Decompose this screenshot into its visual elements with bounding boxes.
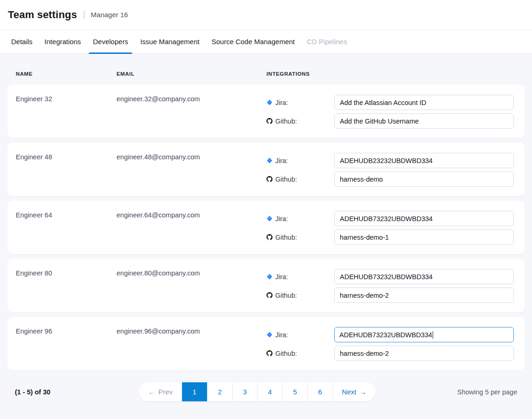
page-header: Team settings | Manager 16 (0, 0, 532, 30)
github-label: Github: (275, 292, 297, 299)
jira-icon (266, 157, 272, 164)
developer-name: Engineer 32 (16, 85, 117, 138)
jira-icon (266, 216, 272, 222)
jira-input[interactable] (334, 153, 514, 168)
jira-label: Jira: (275, 157, 288, 164)
title-separator: | (83, 10, 85, 20)
tab-issue-management[interactable]: Issue Management (136, 30, 204, 53)
pager: ← Prev 1 2 3 4 5 6 Next → (139, 382, 376, 401)
developer-email: engineer.64@company.com (117, 201, 266, 254)
pagination-bar: (1 - 5) of 30 ← Prev 1 2 3 4 5 6 Next → … (7, 382, 525, 401)
github-icon (266, 176, 272, 182)
developers-panel: NAME EMAIL INTEGRATIONS Engineer 32 engi… (0, 71, 532, 401)
jira-label: Jira: (275, 273, 288, 281)
jira-icon (266, 274, 272, 280)
page-button-6[interactable]: 6 (307, 382, 332, 401)
table-row: Engineer 32 engineer.32@company.com Jira… (7, 85, 525, 138)
developer-name: Engineer 80 (16, 259, 117, 312)
column-name: NAME (16, 71, 117, 77)
github-label: Github: (275, 234, 297, 241)
table-row: Engineer 80 engineer.80@company.com Jira… (7, 259, 525, 312)
page-button-1[interactable]: 1 (182, 382, 207, 401)
github-input[interactable] (334, 346, 514, 361)
tab-bar: Details Integrations Developers Issue Ma… (0, 30, 532, 54)
table-row: Engineer 48 engineer.48@company.com Jira… (7, 143, 525, 196)
prev-page-button[interactable]: ← Prev (139, 382, 182, 401)
github-icon (266, 118, 272, 124)
jira-icon (266, 99, 272, 105)
next-page-button[interactable]: Next → (332, 382, 376, 401)
github-icon (266, 234, 272, 240)
table-header: NAME EMAIL INTEGRATIONS (7, 71, 525, 77)
jira-input[interactable] (334, 211, 514, 226)
github-label: Github: (275, 176, 297, 183)
tab-source-code-management[interactable]: Source Code Management (208, 30, 299, 53)
jira-input-value: ADEHUDB73232UBDWBD334 (339, 331, 432, 339)
page-button-3[interactable]: 3 (232, 382, 257, 401)
github-icon (266, 350, 272, 356)
github-input[interactable] (334, 229, 514, 245)
tab-developers[interactable]: Developers (89, 30, 132, 53)
github-input[interactable] (334, 288, 514, 303)
developer-name: Engineer 64 (16, 201, 117, 254)
github-input[interactable] (334, 113, 514, 129)
github-label: Github: (275, 118, 297, 125)
left-arrow-icon: ← (148, 388, 155, 395)
page-button-2[interactable]: 2 (207, 382, 232, 401)
page-button-5[interactable]: 5 (282, 382, 307, 401)
jira-icon (266, 332, 272, 338)
table-row: Engineer 96 engineer.96@company.com Jira… (7, 317, 525, 370)
jira-label: Jira: (275, 99, 288, 106)
page-button-4[interactable]: 4 (257, 382, 282, 401)
developer-name: Engineer 48 (16, 143, 117, 196)
tab-integrations[interactable]: Integrations (40, 30, 85, 53)
jira-label: Jira: (275, 331, 288, 339)
github-icon (266, 292, 272, 298)
developer-email: engineer.80@company.com (117, 259, 266, 312)
page-subtitle: Manager 16 (91, 11, 128, 19)
jira-label: Jira: (275, 215, 288, 223)
jira-input-focused[interactable]: ADEHUDB73232UBDWBD334 (334, 327, 514, 342)
column-email: EMAIL (117, 71, 266, 77)
developer-email: engineer.96@company.com (117, 317, 266, 370)
developer-email: engineer.48@company.com (117, 143, 266, 196)
github-input[interactable] (334, 171, 514, 187)
developer-name: Engineer 96 (16, 317, 117, 370)
jira-input[interactable] (334, 269, 514, 284)
github-label: Github: (275, 350, 297, 357)
tab-details[interactable]: Details (7, 30, 37, 53)
text-cursor (433, 331, 434, 339)
table-row: Engineer 64 engineer.64@company.com Jira… (7, 201, 525, 254)
page-title: Team settings (8, 9, 77, 21)
jira-input[interactable] (334, 95, 514, 110)
result-range: (1 - 5) of 30 (15, 388, 51, 396)
tab-cd-pipelines: CD Pipelines (303, 30, 351, 53)
right-arrow-icon: → (359, 388, 366, 395)
developer-email: engineer.32@company.com (117, 85, 266, 138)
per-page-label: Showing 5 per page (457, 388, 517, 396)
column-integrations: INTEGRATIONS (266, 71, 525, 77)
